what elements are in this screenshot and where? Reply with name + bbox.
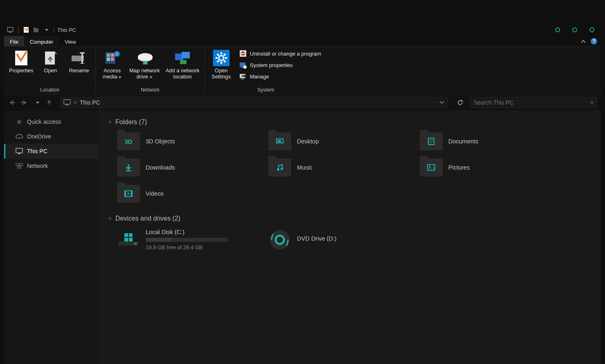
- pc-icon: [63, 99, 71, 106]
- sidebar-item-label: OneDrive: [27, 133, 51, 140]
- svg-point-19: [114, 51, 120, 57]
- folder-label: 3D Objects: [146, 138, 175, 145]
- svg-rect-25: [182, 52, 190, 58]
- tab-file[interactable]: File: [4, 36, 24, 46]
- svg-line-33: [217, 54, 219, 56]
- svg-rect-12: [80, 52, 85, 54]
- svg-rect-70: [119, 246, 138, 247]
- open-label: Open: [44, 68, 57, 74]
- tab-computer[interactable]: Computer: [24, 36, 59, 46]
- sidebar-item-network[interactable]: Network: [4, 159, 98, 173]
- folder-label: Documents: [448, 138, 478, 145]
- breadcrumb[interactable]: This PC: [80, 99, 100, 106]
- add-network-location-button[interactable]: Add a network location: [165, 48, 200, 82]
- access-media-icon: [104, 50, 120, 66]
- settings-icon: [213, 50, 229, 66]
- star-icon: [16, 118, 23, 125]
- svg-rect-46: [64, 100, 70, 104]
- search-input[interactable]: [474, 99, 576, 106]
- section-drives[interactable]: Devices and drives (2): [109, 215, 590, 222]
- svg-point-21: [138, 53, 153, 60]
- manage-button[interactable]: Manage: [238, 72, 323, 81]
- open-button[interactable]: Open: [38, 48, 63, 76]
- folder-music[interactable]: Music: [268, 159, 407, 176]
- section-folders[interactable]: Folders (7): [109, 118, 590, 126]
- folder-documents[interactable]: Documents: [420, 132, 559, 150]
- close-button[interactable]: [589, 27, 594, 32]
- sidebar-item-this-pc[interactable]: This PC: [4, 144, 98, 159]
- folder-label: Music: [297, 164, 313, 171]
- folder-pictures[interactable]: Pictures: [420, 159, 559, 176]
- svg-rect-56: [278, 140, 281, 142]
- folder-icon: [420, 132, 443, 150]
- drive-dvd-d[interactable]: DVD Drive (D:): [268, 229, 407, 250]
- window-buttons: [555, 27, 598, 32]
- refresh-button[interactable]: [454, 97, 466, 108]
- disk-icon: [117, 231, 140, 249]
- uninstall-label: Uninstall or change a program: [250, 51, 321, 57]
- svg-point-45: [243, 75, 245, 77]
- svg-rect-51: [20, 163, 22, 165]
- back-button[interactable]: [8, 98, 16, 107]
- svg-rect-71: [134, 243, 137, 244]
- recent-locations-button[interactable]: [33, 98, 41, 107]
- svg-rect-68: [131, 191, 132, 197]
- rename-button[interactable]: Rename: [67, 48, 91, 76]
- folder-label: Downloads: [146, 164, 175, 171]
- system-properties-label: System properties: [250, 62, 293, 68]
- tab-view[interactable]: View: [59, 36, 82, 46]
- folder-3d-objects[interactable]: 3D 3D Objects: [117, 132, 256, 150]
- ribbon-group-network: Access media Map network drive Add a net…: [96, 47, 205, 94]
- svg-rect-74: [129, 233, 133, 237]
- content-pane: Folders (7) 3D 3D Objects Desktop Docume…: [98, 110, 601, 364]
- svg-line-36: [224, 54, 225, 56]
- address-dropdown-icon[interactable]: [439, 101, 444, 104]
- drives-grid: Local Disk (C:) 19.9 GB free of 29.4 GB …: [117, 229, 590, 250]
- titlebar: This PC: [4, 24, 601, 36]
- rename-icon: [71, 50, 87, 66]
- section-drives-label: Devices and drives (2): [115, 215, 180, 222]
- maximize-button[interactable]: [572, 27, 577, 32]
- svg-point-65: [429, 166, 430, 167]
- qat-dropdown-icon[interactable]: [42, 26, 49, 33]
- folder-icon: [117, 159, 140, 176]
- address-bar[interactable]: This PC: [60, 97, 448, 108]
- svg-marker-9: [55, 51, 57, 54]
- system-properties-button[interactable]: System properties: [238, 60, 323, 69]
- map-drive-icon: [136, 50, 153, 66]
- minimize-button[interactable]: [555, 27, 560, 32]
- sidebar-item-quick-access[interactable]: Quick access: [4, 114, 98, 129]
- folder-icon: [420, 159, 443, 176]
- new-folder-qat-icon[interactable]: [32, 26, 40, 33]
- drive-free-text: 19.9 GB free of 29.4 GB: [146, 244, 227, 250]
- drive-local-c[interactable]: Local Disk (C:) 19.9 GB free of 29.4 GB: [117, 229, 256, 250]
- dvd-icon: [268, 231, 291, 249]
- svg-rect-48: [16, 148, 22, 153]
- uninstall-program-button[interactable]: Uninstall or change a program: [238, 49, 323, 58]
- pc-icon: [7, 26, 14, 33]
- sidebar-item-label: Network: [27, 163, 48, 169]
- svg-rect-44: [241, 78, 244, 79]
- folder-desktop[interactable]: Desktop: [268, 132, 407, 150]
- svg-rect-15: [107, 54, 110, 57]
- folder-icon: [117, 185, 140, 203]
- collapse-ribbon-icon[interactable]: [580, 39, 586, 43]
- open-settings-button[interactable]: Open Settings: [209, 48, 234, 82]
- map-network-drive-button[interactable]: Map network drive: [128, 48, 160, 82]
- ribbon-group-location-label: Location: [4, 87, 95, 94]
- network-icon: [16, 163, 23, 169]
- search-box[interactable]: [470, 97, 597, 108]
- properties-qat-icon[interactable]: [22, 26, 30, 33]
- folder-videos[interactable]: Videos: [117, 185, 256, 203]
- sidebar-item-onedrive[interactable]: OneDrive: [4, 129, 98, 144]
- access-media-button[interactable]: Access media: [100, 48, 124, 82]
- forward-button[interactable]: [20, 98, 29, 107]
- help-icon[interactable]: ?: [590, 38, 598, 45]
- ribbon: Properties Open Rename Location: [4, 47, 601, 95]
- folder-downloads[interactable]: Downloads: [117, 159, 256, 176]
- folder-icon: 3D: [117, 132, 140, 150]
- svg-rect-4: [34, 27, 36, 29]
- properties-button[interactable]: Properties: [8, 48, 34, 76]
- up-button[interactable]: [45, 98, 53, 107]
- svg-rect-76: [129, 238, 133, 241]
